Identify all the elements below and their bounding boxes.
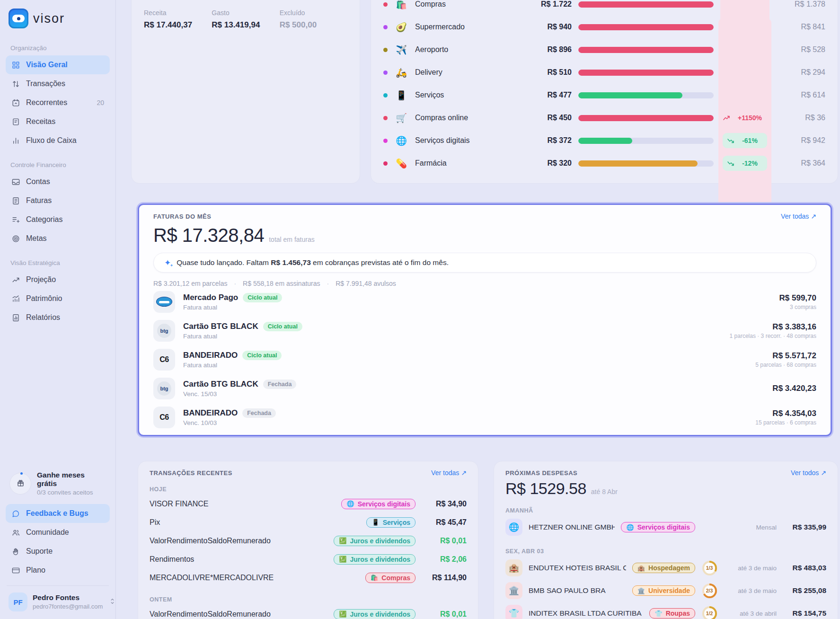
category-previous-value: R$ 942	[776, 136, 825, 145]
transaction-row[interactable]: Pix📱ServiçosR$ 45,47	[150, 513, 467, 531]
scooter-icon: 🛵	[394, 67, 408, 78]
upcoming-total: R$ 1529.58	[505, 479, 586, 498]
card-issuer-logo	[153, 291, 175, 313]
sidebar-item-feedback[interactable]: Feedback e Bugs	[6, 504, 110, 523]
badge-icon: 💹	[339, 556, 346, 563]
user-menu[interactable]: PF Pedro Fontes pedro7fontes@gmail.com	[6, 586, 110, 611]
fatura-row[interactable]: btgCartão BTG BLACKCiclo atualFatura atu…	[153, 316, 816, 345]
category-bar-fill	[578, 92, 682, 98]
transaction-row[interactable]: ValorRendimentoSaldoRemunerado💹Juros e d…	[150, 605, 467, 619]
transactions-see-all-link[interactable]: Ver todas ↗	[431, 469, 467, 477]
sidebar-item-visao-geral[interactable]: Visão Geral	[6, 55, 110, 74]
sidebar-item-relatorios[interactable]: Relatórios	[6, 308, 110, 327]
faturas-title: FATURAS DO MÊS	[153, 213, 211, 220]
transaction-amount: R$ 2,06	[421, 555, 467, 564]
avatar: PF	[9, 592, 27, 611]
target-icon	[11, 234, 20, 243]
category-dot	[383, 161, 388, 166]
installment-count: 2/3	[704, 585, 715, 596]
sidebar-item-recorrentes[interactable]: Recorrentes20	[6, 93, 110, 112]
sidebar-item-contas[interactable]: Contas	[6, 172, 110, 191]
hotel-icon: 🏨	[505, 559, 522, 576]
sidebar-item-label: Receitas	[26, 117, 55, 126]
sidebar-item-faturas[interactable]: Faturas	[6, 191, 110, 210]
airplane-icon: ✈️	[394, 44, 408, 55]
upcoming-group-label: AMANHÃ	[505, 507, 826, 514]
transaction-row[interactable]: ValorRendimentoSaldoRemunerado💹Juros e d…	[150, 531, 467, 550]
sidebar-item-patrimonio[interactable]: Patrimônio	[6, 289, 110, 308]
sidebar-item-comunidade[interactable]: Comunidade	[6, 523, 110, 542]
fatura-status-badge: Fechada	[242, 408, 276, 418]
summary-column: ReceitaR$ 17.440,37	[144, 9, 212, 183]
category-row[interactable]: 🛒Compras onlineR$ 450+1150%R$ 36	[383, 106, 825, 129]
card-issuer-logo: btg	[153, 320, 175, 342]
transaction-name: ValorRendimentoSaldoRemunerado	[150, 537, 328, 545]
upcoming-expense-row[interactable]: 👕INDITEX BRASIL LTDA CURITIBA BRA👕Roupas…	[505, 602, 826, 619]
sidebar-item-label: Feedback e Bugs	[26, 509, 88, 518]
categories-card: 🛍️ComprasR$ 1.722+25%R$ 1.378🥑Supermerca…	[371, 0, 838, 184]
referral-promo[interactable]: Ganhe meses grátis 0/3 convites aceitos	[6, 467, 110, 504]
transaction-row[interactable]: VISOR FINANCE🌐Serviços digitaisR$ 34,90	[150, 495, 467, 513]
sidebar-item-suporte[interactable]: Suporte	[6, 542, 110, 561]
external-arrow-icon: ↗	[811, 212, 816, 220]
sidebar-item-receitas[interactable]: Receitas	[6, 112, 110, 131]
fatura-status-badge: Ciclo atual	[263, 322, 302, 331]
fatura-subtitle: Fatura atual	[183, 304, 282, 311]
fatura-row[interactable]: Mercado PagoCiclo atualFatura atualR$ 59…	[153, 287, 816, 316]
category-value: R$ 896	[522, 45, 572, 54]
transaction-name: ValorRendimentoSaldoRemunerado	[150, 610, 328, 619]
transaction-row[interactable]: MERCADOLIVRE*MERCADOLIVRE🛍️ComprasR$ 114…	[150, 568, 467, 587]
external-arrow-icon: ↗	[461, 469, 467, 477]
trend-icon	[11, 275, 20, 284]
sidebar-item-projecao[interactable]: Projeção	[6, 270, 110, 289]
invoice-icon	[11, 196, 20, 205]
category-value: R$ 477	[522, 91, 572, 99]
fatura-row[interactable]: C6BANDEIRADOCiclo atualFatura atualR$ 5.…	[153, 345, 816, 374]
transactions-title: TRANSAÇÕES RECENTES	[150, 469, 232, 477]
categories-icon	[11, 215, 20, 224]
sidebar-section-label: Controle Financeiro	[6, 150, 110, 172]
upcoming-see-all-link[interactable]: Ver todos ↗	[791, 469, 826, 477]
transaction-name: VISOR FINANCE	[150, 500, 336, 508]
category-badge: 🌐Serviços digitais	[341, 499, 416, 509]
fatura-subtitle: Venc. 15/03	[183, 390, 296, 398]
sidebar-item-plano[interactable]: Plano	[6, 561, 110, 580]
upcoming-expense-amount: R$ 154,75	[783, 609, 826, 618]
sidebar-item-categorias[interactable]: Categorias	[6, 210, 110, 229]
sidebar-item-label: Plano	[26, 566, 45, 575]
category-bar	[578, 24, 714, 30]
upcoming-expense-row[interactable]: 🏨ENDUTEX HOTEIS BRASIL CURITIBA BRA🏨Hosp…	[505, 557, 826, 579]
category-value: R$ 510	[522, 68, 572, 77]
c6-logo: C6	[159, 413, 168, 422]
badge-icon: 👕	[654, 610, 662, 617]
sidebar-item-metas[interactable]: Metas	[6, 229, 110, 248]
sidebar-nav: OrganizaçãoVisão GeralTransaçõesRecorren…	[6, 33, 110, 327]
transaction-row[interactable]: Rendimentos💹Juros e dividendosR$ 2,06	[150, 550, 467, 568]
summary-value: R$ 500,00	[280, 20, 347, 30]
fatura-name: Cartão BTG BLACK	[183, 380, 258, 389]
upcoming-expense-name: BMB SAO PAULO BRA	[529, 586, 626, 595]
wealth-icon	[11, 294, 20, 303]
upcoming-expense-amount: R$ 255,08	[783, 586, 826, 595]
category-bar	[578, 138, 714, 144]
upcoming-expense-name: INDITEX BRASIL LTDA CURITIBA BRA	[529, 609, 643, 618]
fatura-row[interactable]: btgCartão BTG BLACKFechadaVenc. 15/03R$ …	[153, 374, 816, 403]
category-dot	[383, 48, 388, 52]
breakdown-assinaturas: R$ 558,18 em assinaturas	[243, 280, 320, 287]
upcoming-expense-row[interactable]: 🌐HETZNER ONLINE GMBHGUNZENHAUSENDEU🌐Serv…	[505, 516, 826, 539]
upcoming-expense-row[interactable]: 🏛️BMB SAO PAULO BRA🏛️Universidade2/3até …	[505, 579, 826, 602]
sidebar-item-fluxo-de-caixa[interactable]: Fluxo de Caixa	[6, 131, 110, 150]
faturas-card[interactable]: FATURAS DO MÊS Ver todas ↗ R$ 17.328,84 …	[138, 203, 832, 436]
faturas-see-all-link[interactable]: Ver todas ↗	[781, 212, 816, 220]
card-icon	[11, 566, 20, 575]
category-previous-value: R$ 364	[776, 159, 825, 168]
sidebar-item-label: Fluxo de Caixa	[26, 136, 77, 145]
fatura-row[interactable]: C6BANDEIRADOFechadaVenc. 10/03R$ 4.354,0…	[153, 403, 816, 432]
upcoming-expense-name: ENDUTEX HOTEIS BRASIL CURITIBA BRA	[529, 564, 626, 572]
pill-icon: 💊	[394, 158, 408, 169]
sidebar-item-transacoes[interactable]: Transações	[6, 74, 110, 93]
user-name: Pedro Fontes	[33, 593, 80, 601]
shopping-bags-icon: 🛍️	[394, 0, 408, 10]
sidebar-item-label: Transações	[26, 80, 65, 88]
category-dot	[383, 139, 388, 143]
